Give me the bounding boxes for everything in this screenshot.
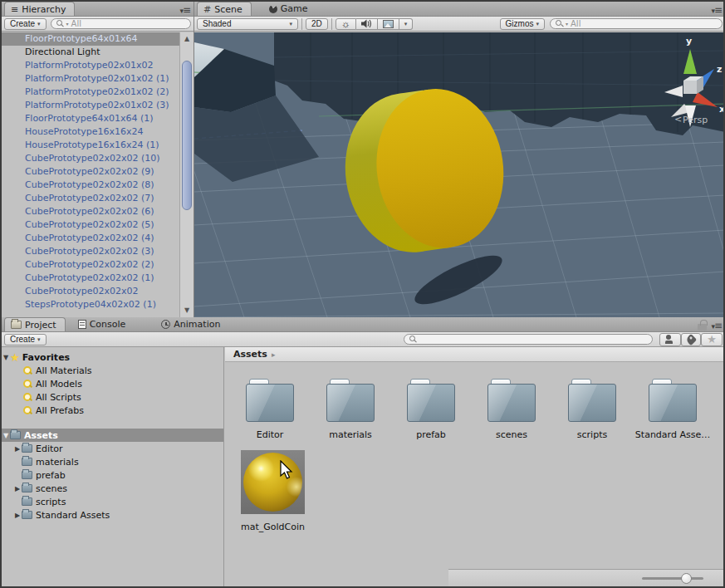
search-by-label-button[interactable] (681, 333, 701, 346)
unity-editor-window: ≡ Hierarchy ▾≡ Create ▾ ▾ All FloorProto… (0, 0, 725, 588)
asset-folder-item[interactable]: scenes (485, 377, 538, 440)
lock-wrap[interactable] (698, 320, 707, 332)
asset-folder-item[interactable]: Standard Asse… (646, 377, 699, 440)
favorites-item[interactable]: All Prefabs (2, 404, 223, 417)
hierarchy-item[interactable]: CubePrototype02x02x02 (10) (2, 152, 179, 165)
hierarchy-item[interactable]: PlatformPrototype02x01x02 (3) (2, 99, 179, 112)
expander-icon[interactable]: ▼ (2, 354, 10, 361)
gizmos-dropdown[interactable]: Gizmos ▾ (500, 18, 545, 30)
tree-folder-item[interactable]: ▶ Editor (2, 442, 223, 455)
scene-toolbar: Shaded ▾ 2D ☼ (194, 17, 725, 32)
hierarchy-item[interactable]: CubePrototype02x02x02 (4) (2, 232, 179, 245)
asset-label: prefab (416, 429, 446, 440)
expander-icon[interactable]: ▼ (2, 432, 10, 439)
sun-icon: ☼ (341, 20, 350, 28)
tree-folder-item[interactable]: ▶ scripts (2, 495, 223, 508)
breadcrumb-assets[interactable]: Assets (233, 349, 267, 360)
hierarchy-item[interactable]: CubePrototype02x02x02 (3) (2, 245, 179, 258)
tab-game[interactable]: Game (263, 2, 316, 16)
asset-folder-item[interactable]: materials (324, 377, 377, 440)
hierarchy-item[interactable]: HousePrototype16x16x24 (1) (2, 139, 179, 152)
scene-audio-button[interactable] (356, 18, 378, 30)
scene-effects-dropdown[interactable]: ▾ (399, 18, 414, 30)
hierarchy-item[interactable]: FloorPrototype64x01x64 (1) (2, 112, 179, 125)
hierarchy-item[interactable]: CubePrototype02x02x02 (6) (2, 205, 179, 218)
axis-y-label: y (686, 36, 692, 47)
search-icon (56, 20, 64, 27)
favorites-star-icon: ★ (10, 351, 20, 364)
project-toolbar: Create ▾ ★ (2, 332, 725, 347)
assets-root-row[interactable]: ▼ Assets (2, 429, 223, 442)
tab-animation[interactable]: Animation (155, 317, 228, 331)
asset-label: materials (329, 429, 372, 440)
hierarchy-scrollbar[interactable]: ▲ ▼ (179, 32, 193, 317)
hierarchy-create-button[interactable]: Create ▾ (4, 18, 47, 30)
tab-console[interactable]: Console (72, 317, 135, 331)
hierarchy-item[interactable]: CubePrototype02x02x02 (2) (2, 258, 179, 272)
favorites-item[interactable]: All Materials (2, 364, 223, 377)
assets-root-label: Assets (24, 430, 58, 441)
scene-panel-menu-icon[interactable]: ▾≡ (711, 4, 722, 16)
scroll-up-icon[interactable]: ▲ (180, 33, 193, 45)
expander-icon[interactable]: ▶ (13, 445, 22, 453)
hierarchy-item[interactable]: FloorPrototype64x01x64 (2, 32, 179, 46)
search-placeholder: All (71, 19, 81, 28)
tree-folder-item[interactable]: ▶ materials (2, 455, 223, 468)
favorites-label: Favorites (22, 352, 70, 363)
tree-folder-item[interactable]: ▶ Standard Assets (2, 508, 223, 522)
project-tabstrip: Project Console Animation ▾≡ (2, 317, 725, 332)
hierarchy-item[interactable]: CubePrototype02x02x02 (7) (2, 192, 179, 205)
toggle-2d-button[interactable]: 2D (306, 18, 328, 30)
scroll-down-icon[interactable]: ▼ (180, 305, 193, 316)
draw-mode-label: Shaded (203, 19, 231, 28)
hierarchy-item[interactable]: CubePrototype02x02x02 (5) (2, 218, 179, 232)
scrollbar-thumb[interactable] (182, 61, 192, 210)
favorites-header[interactable]: ▼ ★ Favorites (2, 350, 223, 364)
tab-scene[interactable]: # Scene (197, 2, 252, 16)
hierarchy-item[interactable]: CubePrototype02x02x02 (1) (2, 272, 179, 285)
asset-label: scenes (496, 429, 527, 440)
draw-mode-dropdown[interactable]: Shaded ▾ (197, 18, 298, 30)
favorites-filter-button[interactable]: ★ (701, 333, 723, 346)
hierarchy-item[interactable]: PlatformPrototype02x01x02 (2) (2, 86, 179, 99)
folder-icon (22, 458, 32, 466)
scene-effects-button[interactable] (378, 18, 399, 30)
asset-folder-item[interactable]: prefab (404, 377, 458, 440)
tab-hierarchy[interactable]: ≡ Hierarchy (4, 2, 75, 16)
tree-folder-item[interactable]: ▶ prefab (2, 468, 223, 482)
breadcrumb-arrow-icon: ▸ (272, 350, 276, 359)
search-by-type-button[interactable] (659, 333, 681, 346)
tab-console-label: Console (90, 319, 126, 330)
favorites-item[interactable]: All Scripts (2, 390, 223, 404)
hierarchy-search-input[interactable]: ▾ All (51, 18, 191, 29)
slider-knob[interactable] (681, 573, 692, 584)
hierarchy-panel-menu-icon[interactable]: ▾≡ (179, 4, 190, 16)
scene-viewport[interactable]: y z x < Persp (194, 32, 725, 317)
search-placeholder: All (571, 19, 580, 28)
project-search-input[interactable] (404, 334, 653, 345)
asset-folder-item[interactable]: scripts (566, 377, 619, 440)
material-preview[interactable] (241, 450, 305, 514)
material-item[interactable]: mat_GoldCoin (241, 450, 305, 532)
hierarchy-item[interactable]: CubePrototype02x02x02 (8) (2, 179, 179, 192)
hierarchy-item[interactable]: PlatformPrototype02x01x02 (2, 59, 179, 72)
assets-tree-list: ▶ Editor ▶ materials ▶ prefab (2, 442, 223, 522)
favorites-item[interactable]: All Models (2, 377, 223, 390)
expander-icon[interactable]: ▶ (13, 512, 22, 519)
hierarchy-item[interactable]: CubePrototype02x02x02 (2, 285, 179, 298)
hierarchy-item[interactable]: HousePrototype16x16x24 (2, 125, 179, 139)
thumbnail-zoom-slider[interactable] (642, 577, 703, 580)
hierarchy-item[interactable]: Directional Light (2, 46, 179, 59)
asset-label: Standard Asse… (635, 429, 710, 440)
hierarchy-item[interactable]: StepsPrototype04x02x02 (1) (2, 298, 179, 311)
tab-project[interactable]: Project (4, 317, 66, 331)
expander-icon[interactable]: ▶ (13, 485, 22, 492)
asset-folder-item[interactable]: Editor (243, 377, 296, 440)
project-create-button[interactable]: Create ▾ (4, 334, 47, 345)
scene-lighting-button[interactable]: ☼ (336, 18, 356, 30)
project-panel-menu-icon[interactable]: ▾≡ (711, 320, 722, 331)
tree-folder-item[interactable]: ▶ scenes (2, 482, 223, 495)
hierarchy-item[interactable]: PlatformPrototype02x01x02 (1) (2, 72, 179, 86)
hierarchy-item[interactable]: CubePrototype02x02x02 (9) (2, 165, 179, 179)
scene-search-input[interactable]: ▾ All (550, 18, 723, 29)
